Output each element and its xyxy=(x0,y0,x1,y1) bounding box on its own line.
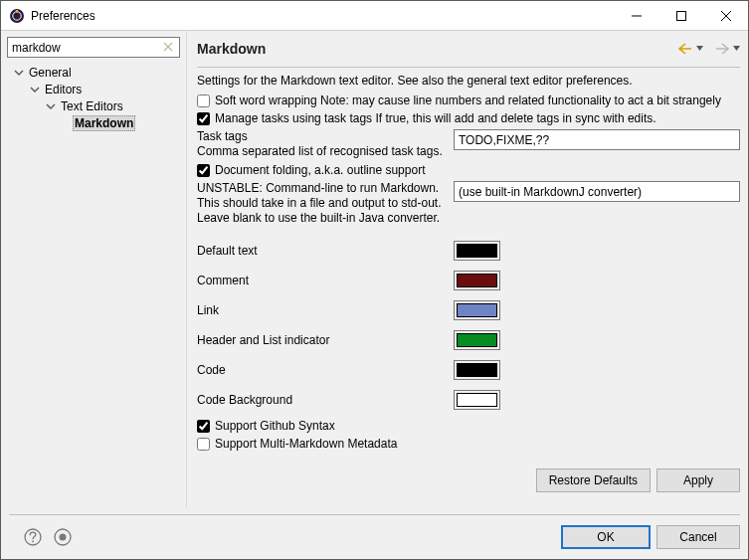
ok-button[interactable]: OK xyxy=(561,525,651,549)
clear-filter-icon[interactable] xyxy=(160,39,176,55)
titlebar: Preferences xyxy=(1,1,748,31)
svg-point-10 xyxy=(32,541,34,543)
color-swatch-code-background[interactable] xyxy=(454,390,500,410)
filter-input[interactable] xyxy=(7,37,180,58)
tree-item-editors[interactable]: Editors xyxy=(5,81,182,97)
multi-markdown-label: Support Multi-Markdown Metadata xyxy=(215,437,397,451)
preferences-tree: General Editors Text Editors Markdown xyxy=(5,62,182,502)
restore-defaults-button[interactable]: Restore Defaults xyxy=(536,468,651,492)
color-preview xyxy=(457,274,497,287)
cancel-button[interactable]: Cancel xyxy=(656,525,740,549)
tree-label: Editors xyxy=(43,83,84,96)
task-tags-input[interactable] xyxy=(454,129,740,150)
page-description: Settings for the Markdown text editor. S… xyxy=(197,74,740,88)
color-label-header-indicator: Header and List indicator xyxy=(197,333,454,347)
tree-label: Text Editors xyxy=(59,99,125,113)
chevron-down-icon[interactable] xyxy=(45,100,57,112)
soft-wrap-checkbox[interactable] xyxy=(197,94,210,107)
folding-label: Document folding, a.k.a. outline support xyxy=(215,163,425,177)
color-swatch-code[interactable] xyxy=(454,360,500,380)
color-label-code-background: Code Background xyxy=(197,393,454,407)
help-icon[interactable] xyxy=(23,527,43,547)
nav-back-button[interactable] xyxy=(676,41,694,57)
app-icon xyxy=(9,8,25,24)
github-syntax-label: Support Github Syntax xyxy=(215,419,335,433)
tree-label: General xyxy=(27,66,74,80)
import-export-icon[interactable] xyxy=(53,527,73,547)
color-preview xyxy=(457,303,497,317)
svg-point-12 xyxy=(60,534,67,541)
cmdline-input[interactable] xyxy=(454,181,740,202)
footer: OK Cancel xyxy=(1,515,748,559)
tree-item-markdown[interactable]: Markdown xyxy=(5,114,182,131)
nav-forward-button[interactable] xyxy=(713,41,731,57)
color-settings: Default text Comment Link Header and Lis… xyxy=(197,236,740,415)
manage-tasks-checkbox[interactable] xyxy=(197,112,210,125)
color-preview xyxy=(457,393,497,407)
maximize-button[interactable] xyxy=(658,1,703,30)
color-preview xyxy=(457,244,497,258)
svg-point-2 xyxy=(16,9,19,12)
github-syntax-checkbox[interactable] xyxy=(197,420,210,433)
cmdline-label: UNSTABLE: Command-line to run Markdown. … xyxy=(197,181,448,226)
color-swatch-header-indicator[interactable] xyxy=(454,330,500,350)
manage-tasks-label: Manage tasks using task tags If true, th… xyxy=(215,111,656,125)
minimize-button[interactable] xyxy=(614,1,658,30)
color-swatch-link[interactable] xyxy=(454,300,500,320)
chevron-down-icon[interactable] xyxy=(29,84,41,95)
tree-item-text-editors[interactable]: Text Editors xyxy=(5,97,182,114)
color-swatch-default-text[interactable] xyxy=(454,241,500,261)
content-panel: Markdown S xyxy=(187,31,748,508)
svg-point-9 xyxy=(25,529,41,545)
color-preview xyxy=(457,333,497,347)
color-label-link: Link xyxy=(197,303,454,317)
color-swatch-comment[interactable] xyxy=(454,271,500,290)
multi-markdown-checkbox[interactable] xyxy=(197,438,210,451)
task-tags-label: Task tags Comma separated list of recogn… xyxy=(197,129,448,159)
color-label-default-text: Default text xyxy=(197,244,454,258)
soft-wrap-label: Soft word wrapping Note: may cause line … xyxy=(215,93,721,107)
window-title: Preferences xyxy=(31,9,614,23)
color-label-comment: Comment xyxy=(197,274,454,287)
color-label-code: Code xyxy=(197,363,454,377)
apply-button[interactable]: Apply xyxy=(656,468,740,492)
folding-checkbox[interactable] xyxy=(197,164,210,177)
tree-item-general[interactable]: General xyxy=(5,64,182,81)
nav-forward-dropdown[interactable] xyxy=(733,44,740,54)
nav-back-dropdown[interactable] xyxy=(696,44,703,54)
page-title: Markdown xyxy=(197,41,676,57)
sidebar: General Editors Text Editors Markdown xyxy=(1,31,186,508)
chevron-down-icon[interactable] xyxy=(13,67,25,79)
svg-rect-4 xyxy=(676,11,685,20)
color-preview xyxy=(457,363,497,377)
tree-label: Markdown xyxy=(73,115,135,131)
close-button[interactable] xyxy=(703,1,748,30)
header-separator xyxy=(197,67,740,68)
